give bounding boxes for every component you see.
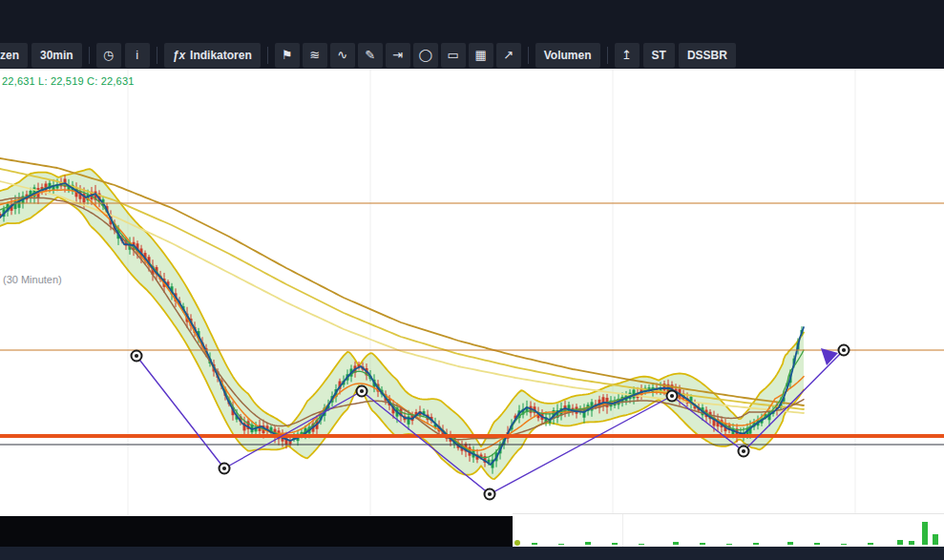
fx-icon: ƒx — [173, 49, 185, 62]
brush-icon[interactable]: ✎ — [358, 43, 383, 68]
arrow-up-right-icon[interactable]: ↗ — [496, 43, 521, 68]
toolbar-separator — [528, 47, 529, 64]
dssbr-button[interactable]: DSSBR — [679, 43, 736, 68]
truncated-left-button[interactable]: zen — [0, 43, 28, 68]
toolbar-separator — [607, 47, 608, 64]
zigzag-arrow-icon — [821, 348, 838, 365]
toolbar-separator — [157, 47, 157, 64]
toolbar-separator — [89, 47, 90, 64]
volume-bar — [612, 543, 618, 545]
top-toolbar: zen 30min ◷ i ƒx Indikatoren ⚑≋∿✎⇥◯▭▦↗ V… — [0, 0, 944, 69]
zigzag-marker[interactable] — [667, 391, 678, 402]
volume-bar — [558, 544, 564, 545]
volume-bar — [922, 522, 928, 545]
indicators-button[interactable]: ƒx Indikatoren — [164, 43, 261, 68]
bottom-status-strip — [0, 547, 944, 560]
volume-bar — [753, 543, 759, 545]
zigzag-marker[interactable] — [839, 345, 850, 356]
draw-tools-group: ⚑≋∿✎⇥◯▭▦↗ — [275, 43, 521, 68]
volume-bar — [787, 542, 793, 545]
volume-bar — [700, 543, 705, 545]
rectangle-icon[interactable]: ▭ — [441, 43, 466, 68]
compare-icon[interactable]: ≋ — [303, 43, 327, 68]
bottom-left-panel — [0, 516, 513, 547]
interval-note: (30 Minuten) — [3, 274, 62, 285]
zigzag-marker[interactable] — [220, 464, 230, 474]
zigzag-marker[interactable] — [485, 489, 495, 500]
volume-bar — [897, 540, 903, 545]
volume-bar — [726, 544, 732, 545]
indicator-dot — [514, 540, 520, 546]
flag-icon[interactable]: ⚑ — [275, 43, 300, 68]
ohlc-legend: 22,631 L: 22,519 C: 22,631 — [2, 75, 135, 87]
volume-bar — [585, 542, 591, 545]
bollinger-band — [0, 169, 804, 479]
toolbar-row: zen 30min ◷ i ƒx Indikatoren ⚑≋∿✎⇥◯▭▦↗ V… — [0, 42, 944, 68]
volume-bar — [841, 544, 847, 545]
volume-bar — [814, 543, 820, 545]
volume-bar — [933, 534, 938, 545]
timeframe-button[interactable]: 30min — [31, 43, 82, 68]
volume-bar — [532, 543, 537, 545]
volume-bar — [868, 543, 873, 545]
indicators-label: Indikatoren — [190, 49, 252, 62]
ellipse-icon[interactable]: ◯ — [413, 43, 438, 68]
clock-icon[interactable]: ◷ — [96, 43, 121, 68]
volume-button[interactable]: Volumen — [535, 43, 600, 68]
zigzag-marker[interactable] — [132, 351, 142, 362]
volume-bar — [639, 544, 644, 545]
trading-chart[interactable] — [0, 0, 944, 560]
volume-gridline — [622, 514, 623, 548]
toolbar-separator — [267, 47, 268, 64]
zigzag-marker[interactable] — [357, 386, 367, 397]
wave-icon[interactable]: ∿ — [330, 43, 355, 68]
volume-subpanel — [513, 513, 944, 548]
volume-bar — [909, 541, 914, 545]
zigzag-marker[interactable] — [739, 446, 749, 457]
measure-icon[interactable]: ⇥ — [386, 43, 410, 68]
grid-icon[interactable]: ▦ — [469, 43, 493, 68]
volume-bar — [673, 542, 679, 545]
st-button[interactable]: ST — [643, 43, 675, 68]
export-icon[interactable]: ↥ — [615, 43, 640, 68]
info-icon[interactable]: i — [125, 43, 150, 68]
trading-app: zen 30min ◷ i ƒx Indikatoren ⚑≋∿✎⇥◯▭▦↗ V… — [0, 0, 944, 560]
